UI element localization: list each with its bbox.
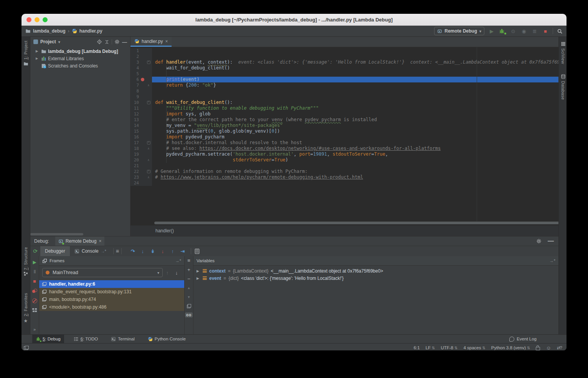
code-text[interactable]: # see also: https://docs.docker.com/desk…	[152, 146, 567, 151]
code-line-13[interactable]: 13 # enter the correct path here to your…	[130, 117, 567, 123]
tool-button-database[interactable]: Database	[561, 74, 566, 100]
fold-marker-area[interactable]: ∧	[146, 82, 151, 88]
editor-gutter[interactable]: 4	[130, 65, 152, 71]
editor-gutter[interactable]: 22−	[130, 169, 152, 174]
code-text[interactable]: wait_for_debug_client()	[152, 65, 567, 71]
editor-gutter[interactable]: 11	[130, 105, 152, 111]
focus-icon[interactable]: →*	[550, 258, 555, 263]
editor-gutter[interactable]: 17−	[130, 140, 152, 146]
editor-gutter[interactable]: 14	[130, 123, 152, 128]
move-up-icon[interactable]: ▲	[187, 286, 191, 291]
run-to-cursor-icon[interactable]: ⇥	[178, 248, 188, 254]
chevron-down-icon[interactable]: ▾	[58, 40, 60, 44]
editor-gutter[interactable]: 2	[130, 54, 152, 59]
code-line-5[interactable]: 5	[130, 71, 567, 77]
code-text[interactable]: """Utility function to enable debugging …	[152, 105, 567, 111]
menu-icon[interactable]: ≡	[187, 258, 190, 263]
editor-gutter[interactable]: 16	[130, 134, 152, 140]
stack-frame-row[interactable]: handle_event_request, bootstrap.py:131	[39, 288, 184, 296]
fold-start-icon[interactable]: −	[147, 101, 150, 104]
close-icon[interactable]: ×	[165, 39, 168, 44]
editor-gutter[interactable]: 24	[130, 180, 152, 186]
remove-watch-icon[interactable]: −	[187, 276, 190, 281]
editor-gutter[interactable]: 7∧	[130, 82, 152, 88]
breakpoint-area[interactable]	[139, 78, 146, 81]
run-list-button[interactable]: ≣	[531, 28, 538, 34]
editor-gutter[interactable]: 10−	[130, 100, 152, 105]
code-text[interactable]	[152, 180, 567, 186]
code-line-23[interactable]: 23∧# https://www.jetbrains.com/help/pych…	[130, 174, 567, 180]
step-over-icon[interactable]: ↷	[128, 248, 138, 254]
editor-gutter[interactable]: 20∧	[130, 157, 152, 163]
debug-button[interactable]	[499, 28, 506, 34]
status-item-lf[interactable]: LF⇅	[426, 345, 435, 350]
code-text[interactable]: pydevd_pycharm.settrace('host.docker.int…	[152, 151, 567, 157]
code-text[interactable]: print(event)	[152, 77, 567, 82]
fold-marker-area[interactable]: −	[146, 141, 151, 145]
code-text[interactable]: def wait_for_debug_client():	[152, 100, 567, 105]
project-hscrollbar[interactable]	[30, 233, 83, 235]
rerun-icon[interactable]: ⟳	[30, 248, 40, 254]
status-item-utf-8[interactable]: UTF-8⇅	[441, 345, 458, 350]
force-step-into-icon[interactable]: ↡	[148, 248, 158, 254]
next-frame-icon[interactable]: ↓	[172, 270, 181, 276]
code-line-11[interactable]: 11 """Utility function to enable debuggi…	[130, 105, 567, 111]
breadcrumb-file[interactable]: handler.py	[79, 28, 102, 34]
fold-end-icon[interactable]: ∧	[148, 82, 150, 88]
editor-gutter[interactable]: 9	[130, 94, 152, 100]
expand-arrow-icon[interactable]: ▶	[197, 269, 200, 273]
fold-end-icon[interactable]: ∧	[148, 174, 150, 180]
step-into-icon[interactable]: ↓	[138, 248, 148, 254]
variable-row[interactable]: ▶context = {LambdaContext} <__main__.Lam…	[193, 267, 558, 274]
editor-gutter[interactable]: 1	[130, 48, 152, 54]
locate-file-icon[interactable]	[97, 39, 102, 44]
status-item-4-spaces[interactable]: 4 spaces⇅	[463, 345, 485, 350]
code-text[interactable]: return {200: "ok"}	[152, 82, 567, 88]
close-icon[interactable]: ×	[99, 238, 101, 244]
focus-on-frame-icon[interactable]: →*	[175, 258, 181, 263]
code-text[interactable]	[152, 48, 567, 54]
tool-window-button-terminal[interactable]: Terminal	[107, 335, 138, 343]
resume-program-icon[interactable]: ▶	[33, 260, 36, 265]
fold-start-icon[interactable]: −	[147, 61, 150, 64]
code-line-14[interactable]: 14 my_venv = "venv/lib/python*/site-pack…	[130, 123, 567, 128]
editor-gutter[interactable]: 13	[130, 117, 152, 123]
fold-marker-area[interactable]: ∧	[146, 174, 151, 180]
code-line-16[interactable]: 16 import pydevd_pycharm	[130, 134, 567, 140]
project-tree-item[interactable]: Scratches and Consoles	[30, 62, 130, 69]
fold-start-icon[interactable]: −	[147, 141, 150, 145]
tool-window-button-python-console[interactable]: Python Console	[144, 335, 189, 343]
code-text[interactable]	[152, 88, 567, 94]
fold-marker-area[interactable]: ∧	[146, 146, 151, 151]
fold-marker-area[interactable]: −	[146, 61, 151, 64]
step-out-icon[interactable]: ↑	[168, 248, 178, 254]
hide-panel-icon[interactable]: —	[122, 39, 127, 45]
code-line-6[interactable]: 6 print(event)	[130, 77, 567, 82]
code-line-18[interactable]: 18∧ # see also: https://docs.docker.com/…	[130, 146, 567, 151]
code-line-9[interactable]: 9	[130, 94, 567, 100]
fold-marker-area[interactable]: −	[146, 170, 151, 173]
tool-button-favorites[interactable]: 2: Favorites ★	[23, 293, 28, 324]
add-watch-icon[interactable]: +	[187, 267, 190, 272]
code-text[interactable]: stderrToServer=True)	[152, 157, 567, 163]
caret-position[interactable]: 6:1	[414, 345, 420, 350]
breadcrumb-project[interactable]: lambda_debug	[33, 28, 66, 34]
tree-arrow-icon[interactable]: ▶	[36, 49, 40, 53]
code-line-8[interactable]: 8	[130, 88, 567, 94]
stop-icon[interactable]: ■	[33, 279, 36, 284]
code-text[interactable]: sys.path.insert(0, glob.glob(my_venv)[0]…	[152, 128, 567, 134]
collapse-all-icon[interactable]	[104, 39, 109, 44]
code-text[interactable]	[152, 71, 567, 77]
code-line-3[interactable]: 3−def handler(event, context): event: <c…	[130, 59, 567, 65]
code-line-7[interactable]: 7∧ return {200: "ok"}	[130, 82, 567, 88]
stack-frame-row[interactable]: <module>, bootstrap.py:486	[39, 303, 184, 311]
hector-inspections-icon[interactable]: ☺	[546, 345, 551, 351]
view-breakpoints-icon[interactable]	[32, 289, 37, 293]
show-watches-icon[interactable]: oo	[185, 312, 193, 317]
fold-marker-area[interactable]: −	[146, 101, 151, 104]
tool-button-project[interactable]: 1: Project	[23, 41, 28, 66]
variable-row[interactable]: ▶event = {dict} <class 'dict'>: {'messag…	[193, 274, 558, 282]
tree-arrow-icon[interactable]: ▶	[36, 57, 40, 60]
evaluate-expression-icon[interactable]	[194, 248, 200, 254]
zoom-window-button[interactable]	[43, 17, 48, 22]
